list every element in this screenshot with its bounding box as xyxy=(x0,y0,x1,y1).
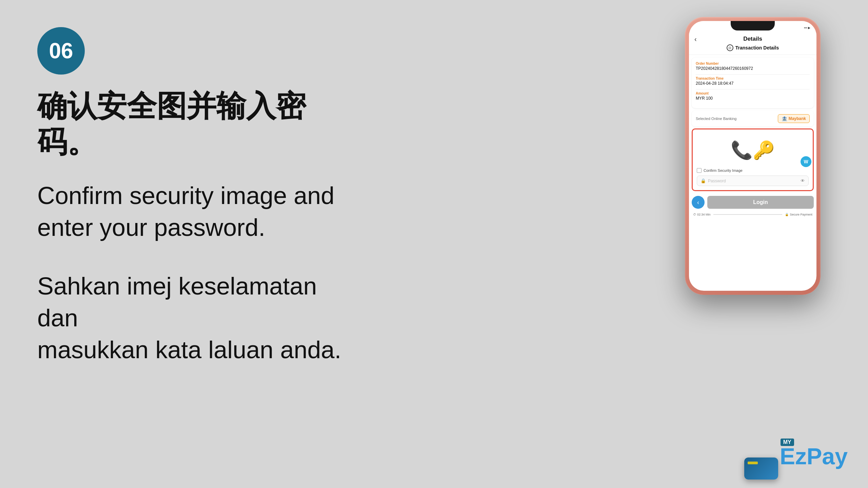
login-button[interactable]: Login xyxy=(707,196,814,209)
left-content: 确认安全图并输入密码。 Confirm security image and e… xyxy=(37,88,342,366)
chinese-heading: 确认安全图并输入密码。 xyxy=(37,88,342,160)
header-nav: ‹ Details xyxy=(694,36,811,42)
confirm-checkbox[interactable] xyxy=(697,168,702,173)
order-number-row: Order Number TP20240428180447260160972 xyxy=(696,62,810,71)
ezpay-logo: MY EzPay xyxy=(749,439,848,468)
banking-label: Selected Online Banking xyxy=(696,117,736,121)
phone-screen: ▪▪▪ ▶ ‹ Details ⊙ Transaction Details Or… xyxy=(689,21,816,291)
confirm-security-label: Confirm Security Image xyxy=(704,168,743,172)
order-number-value: TP20240428180447260160972 xyxy=(696,66,810,71)
secure-payment-text: 🔒 Secure Payment xyxy=(785,213,812,216)
ezpay-card-icon xyxy=(744,458,778,480)
security-section: 📞🔑 W Confirm Security Image 🔒 Password 👁 xyxy=(692,128,814,191)
transaction-icon: ⊙ xyxy=(727,44,733,51)
login-row: ‹ Login xyxy=(689,193,816,211)
telephone-security-image: 📞🔑 xyxy=(731,141,775,159)
maybank-text: Maybank xyxy=(789,116,806,121)
phone-footer: ⏱ 02:34 Min 🔒 Secure Payment xyxy=(689,211,816,219)
maybank-badge: 🏦 Maybank xyxy=(778,114,810,123)
security-image-area: 📞🔑 W xyxy=(697,135,809,165)
phone-mockup: ▪▪▪ ▶ ‹ Details ⊙ Transaction Details Or… xyxy=(685,17,821,295)
password-field[interactable]: 🔒 Password 👁 xyxy=(697,176,809,186)
divider-2 xyxy=(696,89,810,89)
progress-bar xyxy=(713,214,783,215)
ezpay-brand-text: EzPay xyxy=(780,445,848,468)
phone-outer-shell: ▪▪▪ ▶ ‹ Details ⊙ Transaction Details Or… xyxy=(685,17,821,295)
back-button[interactable]: ‹ xyxy=(692,196,705,209)
step-number: 06 xyxy=(49,38,73,63)
amount-label: Amount xyxy=(696,92,810,95)
banking-row: Selected Online Banking 🏦 Maybank xyxy=(692,111,814,126)
amount-value: MYR 100 xyxy=(696,96,810,101)
timer-text: ⏱ 02:34 Min xyxy=(693,213,711,216)
transaction-time-label: Transaction Time xyxy=(696,77,810,80)
english-description: Confirm security image and enter your pa… xyxy=(37,180,342,243)
order-number-label: Order Number xyxy=(696,62,810,65)
app-header: ‹ Details ⊙ Transaction Details xyxy=(689,33,816,55)
w-badge: W xyxy=(801,156,811,167)
confirm-checkbox-row[interactable]: Confirm Security Image xyxy=(697,168,809,173)
password-placeholder: Password xyxy=(708,179,801,183)
transaction-time-row: Transaction Time 2024-04-28 18:04:47 xyxy=(696,77,810,86)
signal-icons: ▪▪▪ ▶ xyxy=(804,26,810,29)
divider-1 xyxy=(696,74,810,75)
header-title: Details xyxy=(743,36,762,42)
maybank-icon: 🏦 xyxy=(782,116,787,121)
step-badge: 06 xyxy=(37,27,85,75)
back-arrow-icon[interactable]: ‹ xyxy=(694,35,697,43)
amount-row: Amount MYR 100 xyxy=(696,92,810,101)
transaction-details-header: ⊙ Transaction Details xyxy=(727,44,779,51)
transaction-details-card: Order Number TP20240428180447260160972 T… xyxy=(692,58,814,108)
phone-notch xyxy=(731,21,775,30)
malay-description: Sahkan imej keselamatan dan masukkan kat… xyxy=(37,270,342,366)
transaction-details-label: Transaction Details xyxy=(735,45,779,50)
lock-icon: 🔒 xyxy=(701,178,706,183)
transaction-time-value: 2024-04-28 18:04:47 xyxy=(696,81,810,86)
eye-icon[interactable]: 👁 xyxy=(801,178,805,183)
